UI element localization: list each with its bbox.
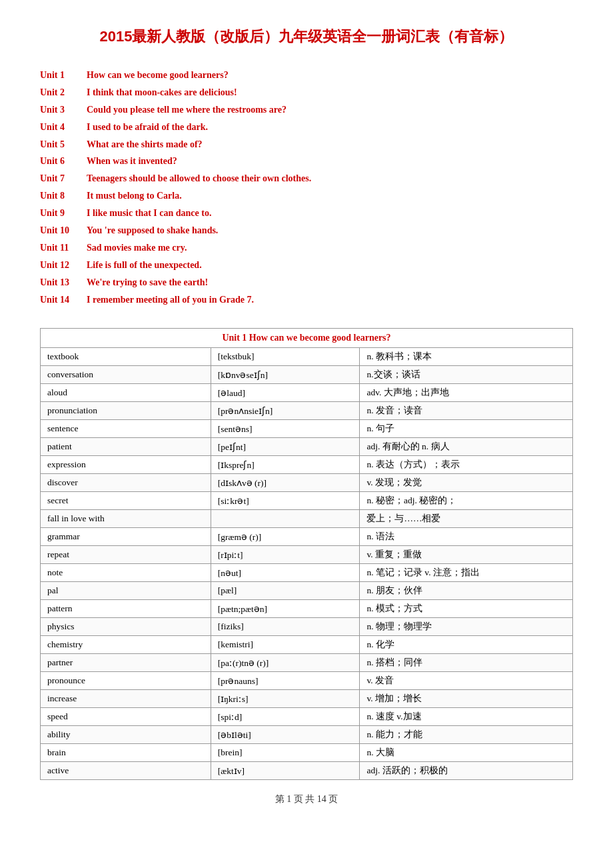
meaning-cell: n. 语法 bbox=[360, 528, 573, 546]
toc-unit: Unit 11 bbox=[40, 239, 87, 257]
pronunciation-cell: [sentəns] bbox=[211, 420, 360, 438]
word-cell: physics bbox=[41, 618, 211, 636]
word-cell: fall in love with bbox=[41, 510, 211, 528]
meaning-cell: n. 化学 bbox=[360, 636, 573, 654]
toc-desc: You 're supposed to shake hands. bbox=[87, 222, 218, 239]
toc-unit: Unit 2 bbox=[40, 84, 87, 101]
word-cell: expression bbox=[41, 456, 211, 474]
word-cell: speed bbox=[41, 708, 211, 726]
table-row: partner [paː(r)tnə (r)] n. 搭档；同伴 bbox=[41, 654, 573, 672]
pronunciation-cell: [græmə (r)] bbox=[211, 528, 360, 546]
word-cell: brain bbox=[41, 744, 211, 762]
toc-item: Unit 6When was it invented? bbox=[40, 153, 573, 170]
toc-unit: Unit 6 bbox=[40, 153, 87, 170]
page-title: 2015最新人教版（改版后）九年级英语全一册词汇表（有音标） bbox=[40, 27, 573, 47]
pronunciation-cell: [əbɪləti] bbox=[211, 726, 360, 744]
table-row: pattern [pætn;pætən] n. 模式；方式 bbox=[41, 600, 573, 618]
toc-desc: Life is full of the unexpected. bbox=[87, 257, 202, 274]
meaning-cell: v. 增加；增长 bbox=[360, 690, 573, 708]
table-row: aloud [əlaud] adv. 大声地；出声地 bbox=[41, 384, 573, 402]
toc-item: Unit 5What are the shirts made of? bbox=[40, 136, 573, 153]
toc-unit: Unit 13 bbox=[40, 274, 87, 291]
meaning-cell: adv. 大声地；出声地 bbox=[360, 384, 573, 402]
toc-item: Unit 1How can we become good learners? bbox=[40, 67, 573, 84]
toc-desc: I remember meeting all of you in Grade 7… bbox=[87, 291, 254, 309]
toc-desc: I think that moon-cakes are delicious! bbox=[87, 84, 237, 101]
toc-unit: Unit 1 bbox=[40, 67, 87, 84]
table-row: patient [peɪʃnt] adj. 有耐心的 n. 病人 bbox=[41, 438, 573, 456]
word-cell: pattern bbox=[41, 600, 211, 618]
pronunciation-cell: [rɪpiːt] bbox=[211, 546, 360, 564]
toc-desc: What are the shirts made of? bbox=[87, 136, 203, 153]
table-row: ability [əbɪləti] n. 能力；才能 bbox=[41, 726, 573, 744]
pronunciation-cell: [prənʌnsieɪʃn] bbox=[211, 402, 360, 420]
word-cell: pronunciation bbox=[41, 402, 211, 420]
word-cell: active bbox=[41, 762, 211, 780]
toc-unit: Unit 3 bbox=[40, 101, 87, 119]
vocab-table-header: Unit 1 How can we become good learners? bbox=[41, 329, 573, 348]
meaning-cell: v. 发音 bbox=[360, 672, 573, 690]
toc-desc: Sad movies make me cry. bbox=[87, 239, 187, 257]
toc-unit: Unit 8 bbox=[40, 187, 87, 205]
toc-desc: Could you please tell me where the restr… bbox=[87, 101, 287, 119]
table-row: speed [spiːd] n. 速度 v.加速 bbox=[41, 708, 573, 726]
pronunciation-cell: [prənauns] bbox=[211, 672, 360, 690]
pronunciation-cell: [ɪkspreʃn] bbox=[211, 456, 360, 474]
pronunciation-cell: [nəut] bbox=[211, 564, 360, 582]
toc-desc: When was it invented? bbox=[87, 153, 177, 170]
table-row: brain [brein] n. 大脑 bbox=[41, 744, 573, 762]
meaning-cell: n. 句子 bbox=[360, 420, 573, 438]
meaning-cell: n. 笔记；记录 v. 注意；指出 bbox=[360, 564, 573, 582]
meaning-cell: n. 发音；读音 bbox=[360, 402, 573, 420]
toc-unit: Unit 7 bbox=[40, 170, 87, 187]
toc-unit: Unit 14 bbox=[40, 291, 87, 309]
page-footer: 第 1 页 共 14 页 bbox=[40, 793, 573, 805]
word-cell: conversation bbox=[41, 366, 211, 384]
pronunciation-cell: [peɪʃnt] bbox=[211, 438, 360, 456]
table-row: sentence [sentəns] n. 句子 bbox=[41, 420, 573, 438]
toc-desc: I used to be afraid of the dark. bbox=[87, 119, 208, 136]
table-of-contents: Unit 1How can we become good learners?Un… bbox=[40, 67, 573, 308]
pronunciation-cell: [fiziks] bbox=[211, 618, 360, 636]
toc-item: Unit 14I remember meeting all of you in … bbox=[40, 291, 573, 309]
meaning-cell: n. 能力；才能 bbox=[360, 726, 573, 744]
pronunciation-cell: [kɒnvəseɪʃn] bbox=[211, 366, 360, 384]
table-row: grammar [græmə (r)] n. 语法 bbox=[41, 528, 573, 546]
meaning-cell: n. 搭档；同伴 bbox=[360, 654, 573, 672]
pronunciation-cell: [siːkrət] bbox=[211, 492, 360, 510]
word-cell: pal bbox=[41, 582, 211, 600]
table-row: textbook [tekstbuk] n. 教科书；课本 bbox=[41, 348, 573, 366]
toc-item: Unit 12Life is full of the unexpected. bbox=[40, 257, 573, 274]
toc-unit: Unit 10 bbox=[40, 222, 87, 239]
word-cell: secret bbox=[41, 492, 211, 510]
toc-item: Unit 2I think that moon-cakes are delici… bbox=[40, 84, 573, 101]
word-cell: pronounce bbox=[41, 672, 211, 690]
meaning-cell: adj. 有耐心的 n. 病人 bbox=[360, 438, 573, 456]
table-row: expression [ɪkspreʃn] n. 表达（方式）；表示 bbox=[41, 456, 573, 474]
meaning-cell: n. 表达（方式）；表示 bbox=[360, 456, 573, 474]
meaning-cell: n. 教科书；课本 bbox=[360, 348, 573, 366]
meaning-cell: 爱上；与……相爱 bbox=[360, 510, 573, 528]
table-row: discover [dɪskʌvə (r)] v. 发现；发觉 bbox=[41, 474, 573, 492]
word-cell: sentence bbox=[41, 420, 211, 438]
meaning-cell: n. 朋友；伙伴 bbox=[360, 582, 573, 600]
meaning-cell: v. 发现；发觉 bbox=[360, 474, 573, 492]
toc-unit: Unit 12 bbox=[40, 257, 87, 274]
table-row: secret [siːkrət] n. 秘密；adj. 秘密的； bbox=[41, 492, 573, 510]
word-cell: grammar bbox=[41, 528, 211, 546]
pronunciation-cell: [kemistri] bbox=[211, 636, 360, 654]
pronunciation-cell: [æktɪv] bbox=[211, 762, 360, 780]
toc-item: Unit 3Could you please tell me where the… bbox=[40, 101, 573, 119]
toc-desc: I like music that I can dance to. bbox=[87, 205, 211, 222]
table-row: pal [pæl] n. 朋友；伙伴 bbox=[41, 582, 573, 600]
toc-item: Unit 10You 're supposed to shake hands. bbox=[40, 222, 573, 239]
table-row: fall in love with 爱上；与……相爱 bbox=[41, 510, 573, 528]
word-cell: aloud bbox=[41, 384, 211, 402]
pronunciation-cell: [ɪŋkriːs] bbox=[211, 690, 360, 708]
meaning-cell: n. 大脑 bbox=[360, 744, 573, 762]
meaning-cell: v. 重复；重做 bbox=[360, 546, 573, 564]
table-row: active [æktɪv] adj. 活跃的；积极的 bbox=[41, 762, 573, 780]
word-cell: note bbox=[41, 564, 211, 582]
table-row: repeat [rɪpiːt] v. 重复；重做 bbox=[41, 546, 573, 564]
word-cell: increase bbox=[41, 690, 211, 708]
